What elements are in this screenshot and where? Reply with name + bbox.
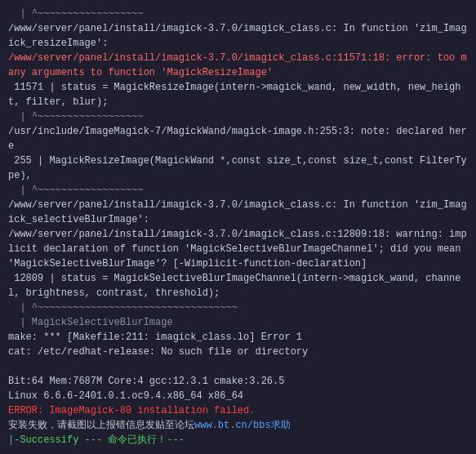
line-12: | ^~~~~~~~~~~~~~~~~~~~~~~~~~~~~~~~~~~	[8, 300, 468, 315]
line-3: /www/server/panel/install/imagick-3.7.0/…	[8, 51, 468, 80]
line-4: 11571 | status = MagickResizeImage(inter…	[8, 80, 468, 109]
bt-link[interactable]: www.bt.cn/bbs求助	[194, 420, 291, 431]
line-7: 255 | MagickResizeImage(MagickWand *,con…	[8, 154, 468, 183]
line-17: Bit:64 Mem:7687M Core:4 gcc:12.3.1 cmake…	[8, 374, 468, 389]
line-10: /www/server/panel/install/imagick-3.7.0/…	[8, 227, 468, 271]
line-13: | MagickSelectiveBlurImage	[8, 315, 468, 330]
line-16	[8, 359, 468, 374]
line-5: | ^~~~~~~~~~~~~~~~~~~	[8, 109, 468, 124]
line-20: 安装失败，请截图以上报错信息发贴至论坛www.bt.cn/bbs求助	[8, 418, 468, 433]
line-2: /www/server/panel/install/imagick-3.7.0/…	[8, 21, 468, 51]
line-21: |-Successify --- 命令已执行！---	[8, 433, 468, 447]
line-8: | ^~~~~~~~~~~~~~~~~~~	[8, 183, 468, 198]
line-15: cat: /etc/redhat-release: No such file o…	[8, 345, 468, 359]
terminal-output: | ^~~~~~~~~~~~~~~~~~~ /www/server/panel/…	[0, 0, 476, 454]
line-18: Linux 6.6.6-2401.0.1.oc9.4.x86_64 x86_64	[8, 389, 468, 403]
line-19: ERROR: ImageMagick-80 installation faile…	[8, 403, 468, 418]
line-9: /www/server/panel/install/imagick-3.7.0/…	[8, 198, 468, 227]
line-14: make: *** [Makefile:211: imagick_class.l…	[8, 330, 468, 345]
line-1: | ^~~~~~~~~~~~~~~~~~~	[8, 7, 468, 21]
line-6: /usr/include/ImageMagick-7/MagickWand/ma…	[8, 124, 468, 154]
line-11: 12809 | status = MagickSelectiveBlurImag…	[8, 271, 468, 300]
